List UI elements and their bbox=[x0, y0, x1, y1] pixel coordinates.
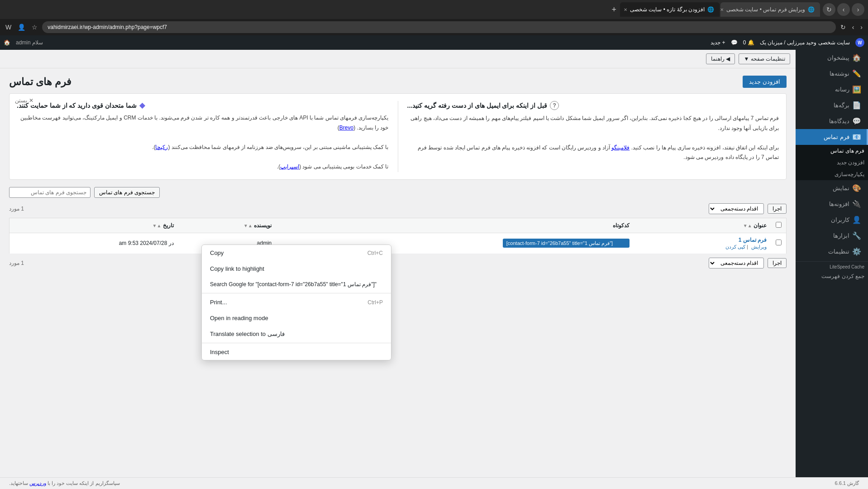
tab-2[interactable]: 🌐 افزودن برگهٔ تازه • سایت شخصی ✕ bbox=[620, 2, 720, 17]
url-input[interactable] bbox=[42, 21, 835, 33]
sidebar-item-didgah[interactable]: 💬 دیدگاه‌ها bbox=[796, 113, 868, 129]
wp-ext-icon[interactable]: W bbox=[4, 23, 13, 32]
row-title-cell: فرم تماس 1 ویرایش | کپی کردن bbox=[634, 233, 771, 254]
context-menu-copy-link[interactable]: Copy link to highlight bbox=[202, 261, 391, 277]
tab-2-favicon: 🌐 bbox=[707, 6, 714, 13]
row-checkbox-cell bbox=[771, 233, 787, 254]
tab-1[interactable]: 🌐 ویرایش فرم تماس • سایت شخصی ✕ bbox=[720, 2, 820, 17]
date-sort-icon[interactable]: ▲▼ bbox=[153, 223, 162, 228]
author-sort-icon[interactable]: ▲▼ bbox=[243, 223, 253, 228]
sidebar-item-bargeh[interactable]: 📄 برگه‌ها bbox=[796, 97, 868, 113]
context-menu-print[interactable]: Print... Ctrl+P bbox=[202, 294, 391, 310]
site-name[interactable]: سایت شخصی وحید میرزایی / میزبان یک bbox=[760, 39, 850, 46]
context-menu-search-google[interactable]: Search Google for "[contact-form-7 id="2… bbox=[202, 277, 391, 292]
sidebar-item-resaneh[interactable]: 🖼️ رسانه bbox=[796, 82, 868, 97]
sidebar-label-afzuneh: افزونه‌ها bbox=[829, 201, 849, 207]
sidebar-sub-yekparchehs[interactable]: یکپارچه‌سازی bbox=[796, 168, 868, 180]
bottom-apply-btn[interactable]: اجرا bbox=[768, 258, 787, 268]
nav-back-btn2[interactable]: ‹ bbox=[858, 23, 864, 32]
sidebar-label-karbaran: کاربران bbox=[831, 216, 849, 223]
nav-forward-btn2[interactable]: › bbox=[850, 23, 856, 32]
form-title-link[interactable]: فرم تماس 1 bbox=[739, 237, 767, 243]
page-content: افزودن جدید فرم های تماس ✕ بستن ? قبل از… bbox=[0, 68, 796, 279]
nav-refresh-button[interactable]: ↻ bbox=[823, 3, 835, 16]
new-content-btn[interactable]: + جدید bbox=[711, 39, 725, 46]
print-label: Print... bbox=[210, 299, 227, 306]
notice-col2-heading: ◆ شما متحدان قوی دارید که از شما حمایت ک… bbox=[17, 101, 389, 110]
bookmark-btn[interactable]: ☆ bbox=[30, 23, 39, 32]
rahnama-btn[interactable]: ◀ راهنما bbox=[706, 53, 735, 64]
admin-greeting[interactable]: سلام admin bbox=[16, 39, 43, 46]
sidebar-item-tanzimaat[interactable]: ⚙️ تنظیمات bbox=[796, 244, 868, 259]
tab-bar: 🌐 ویرایش فرم تماس • سایت شخصی ✕ 🌐 افزودن… bbox=[4, 2, 820, 17]
nav-refresh-btn2[interactable]: ↻ bbox=[839, 23, 848, 32]
bulk-actions-select[interactable]: اقدام دسته‌جمعی bbox=[709, 203, 764, 214]
sidebar-divider bbox=[796, 261, 868, 262]
flamingo-link[interactable]: فلامینگو bbox=[611, 144, 630, 151]
notifications: 🔔 0 bbox=[743, 39, 754, 46]
question-icon: ? bbox=[550, 101, 559, 110]
screen-options-btn[interactable]: تنظیمات صفحه ▼ bbox=[739, 53, 790, 64]
search-input[interactable] bbox=[9, 187, 91, 198]
search-forms-btn[interactable]: جستجوی فرم های تماس bbox=[94, 187, 160, 198]
page-title: فرم های تماس bbox=[9, 76, 72, 88]
form-actions: ویرایش | کپی کردن bbox=[639, 244, 767, 250]
th-author: نویسنده ▲▼ bbox=[178, 218, 276, 233]
home-icon[interactable]: 🏠 bbox=[4, 39, 10, 46]
brevo-link[interactable]: Brevo bbox=[339, 125, 353, 131]
new-tab-button[interactable]: + bbox=[609, 4, 619, 15]
sidebar-item-namayesh[interactable]: 🎨 نمایش bbox=[796, 180, 868, 196]
wp-admin-bar: W سایت شخصی وحید میرزایی / میزبان یک 🔔 0… bbox=[0, 35, 868, 50]
context-menu-inspect[interactable]: Inspect bbox=[202, 344, 391, 360]
copy-form-link[interactable]: کپی کردن bbox=[725, 244, 745, 249]
diamond-icon: ◆ bbox=[139, 101, 145, 110]
sidebar-litespeed-sub[interactable]: جمع کردن فهرست bbox=[796, 270, 868, 282]
notice-col1-text: فرم تماس 7 پیامهای ارسالی را در هیچ کجا … bbox=[407, 114, 779, 163]
sidebar-sub-forms-list[interactable]: فرم های تماس bbox=[796, 145, 868, 157]
sidebar-label-resaneh: رسانه bbox=[835, 86, 849, 93]
sidebar-item-abzar[interactable]: 🔧 ابزارها bbox=[796, 228, 868, 244]
close-x-icon: ✕ bbox=[29, 97, 33, 104]
wp-main: تنظیمات صفحه ▼ ◀ راهنما افزودن جدید فرم … bbox=[0, 50, 796, 489]
apply-btn[interactable]: اجرا bbox=[768, 204, 787, 214]
stripe-link[interactable]: اسپرایپ bbox=[280, 163, 299, 170]
litespeed-label: LiteSpeed Cache bbox=[796, 264, 868, 270]
shortcode-input[interactable] bbox=[503, 239, 630, 248]
namayesh-icon: 🎨 bbox=[852, 184, 861, 192]
context-menu-copy[interactable]: Copy Ctrl+C bbox=[202, 245, 391, 261]
notice-close-btn[interactable]: ✕ بستن bbox=[15, 97, 33, 104]
bottom-bulk-select[interactable]: اقدام دسته‌جمعی bbox=[709, 258, 764, 268]
table-row: فرم تماس 1 ویرایش | کپی کردن admin bbox=[10, 233, 787, 254]
bottom-bulk-row: اجرا اقدام دسته‌جمعی 1 مورد bbox=[9, 258, 787, 268]
select-all-checkbox[interactable] bbox=[776, 222, 782, 228]
context-menu-divider1 bbox=[202, 293, 391, 293]
admin-bar-left: W سایت شخصی وحید میرزایی / میزبان یک 🔔 0… bbox=[711, 38, 864, 47]
admin-bar-right: سلام admin 🏠 bbox=[4, 39, 43, 46]
profile-btn[interactable]: 👤 bbox=[16, 23, 27, 32]
nav-forward-button[interactable]: › bbox=[837, 3, 850, 16]
th-date: تاریخ ▲▼ bbox=[10, 218, 178, 233]
copy-link-label: Copy link to highlight bbox=[210, 265, 264, 272]
sidebar-item-karbaran[interactable]: 👤 کاربران bbox=[796, 212, 868, 228]
sidebar-item-afzuneh[interactable]: 🔌 افزونه‌ها bbox=[796, 196, 868, 212]
add-new-button[interactable]: افزودن جدید bbox=[743, 76, 787, 88]
sidebar-sub-add-new[interactable]: افزودن جدید bbox=[796, 157, 868, 168]
context-menu-reading-mode[interactable]: Open in reading mode bbox=[202, 310, 391, 326]
sidebar-label-bargeh: برگه‌ها bbox=[834, 102, 849, 109]
edit-form-link[interactable]: ویرایش bbox=[751, 244, 767, 249]
title-sort-icon[interactable]: ▲▼ bbox=[743, 223, 752, 228]
page-header: افزودن جدید فرم های تماس bbox=[9, 76, 787, 88]
didgah-icon: 💬 bbox=[852, 117, 861, 125]
recaptcha-link[interactable]: رکپچا bbox=[155, 144, 168, 150]
tab-1-close[interactable]: ✕ bbox=[720, 7, 724, 12]
sidebar-item-form-tamas[interactable]: 📧 فرم تماس bbox=[796, 129, 868, 145]
sidebar-label-tanzimaat: تنظیمات bbox=[828, 248, 849, 255]
context-menu-translate[interactable]: Translate selection to فارسی bbox=[202, 326, 391, 342]
wordpress-link[interactable]: وردپرس bbox=[29, 480, 46, 486]
sidebar-item-neveshteh[interactable]: ✏️ نوشته‌ها bbox=[796, 66, 868, 82]
sidebar-item-pishkhan[interactable]: 🏠 پیشخوان bbox=[796, 50, 868, 66]
sidebar-label-form-tamas: فرم تماس bbox=[824, 134, 849, 140]
tab-2-close[interactable]: ✕ bbox=[624, 7, 627, 12]
row-checkbox[interactable] bbox=[776, 240, 782, 245]
nav-back-button[interactable]: ‹ bbox=[852, 3, 864, 16]
